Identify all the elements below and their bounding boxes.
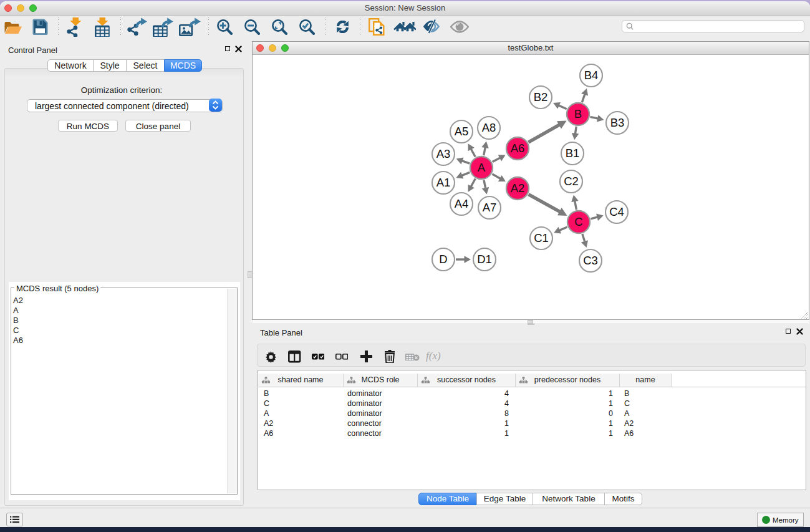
svg-text:A: A (478, 161, 486, 174)
svg-text:D: D (439, 253, 447, 266)
svg-text:A4: A4 (455, 197, 469, 210)
svg-text:A7: A7 (483, 201, 497, 214)
svg-text:A8: A8 (482, 121, 496, 134)
svg-text:A2: A2 (511, 181, 525, 195)
svg-text:B3: B3 (610, 116, 625, 129)
svg-text:C: C (574, 215, 582, 228)
svg-text:D1: D1 (477, 253, 492, 266)
svg-text:C1: C1 (534, 231, 549, 244)
svg-text:B4: B4 (584, 69, 599, 82)
svg-text:A1: A1 (436, 176, 451, 189)
svg-text:B2: B2 (534, 90, 548, 104)
svg-text:B1: B1 (566, 147, 580, 160)
svg-text:C3: C3 (583, 254, 598, 267)
svg-text:A5: A5 (455, 125, 469, 138)
svg-text:A3: A3 (436, 147, 451, 160)
svg-text:A6: A6 (511, 142, 525, 155)
svg-text:C2: C2 (564, 175, 579, 188)
svg-text:C4: C4 (609, 205, 624, 218)
svg-text:B: B (574, 107, 582, 120)
